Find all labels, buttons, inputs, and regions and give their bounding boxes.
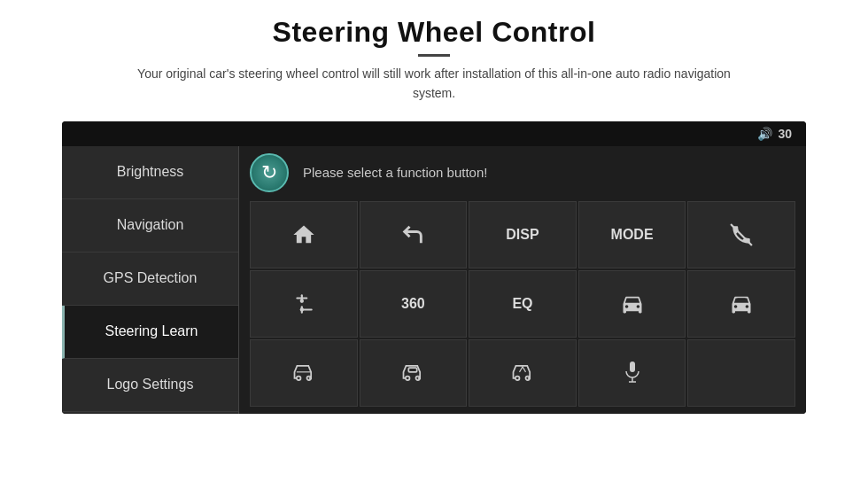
sidebar-item-steering-learn[interactable]: Steering Learn: [62, 306, 238, 359]
prompt-text: Please select a function button!: [303, 165, 487, 180]
sidebar-item-navigation[interactable]: Navigation: [62, 199, 238, 253]
back-icon: [400, 222, 425, 247]
svg-rect-14: [630, 362, 635, 372]
grid-cell-car3[interactable]: [250, 339, 358, 407]
title-section: Steering Wheel Control Your original car…: [35, 16, 833, 104]
sidebar-label-brightness: Brightness: [117, 164, 184, 180]
grid-cell-360[interactable]: 360: [360, 270, 468, 338]
grid-cell-disp[interactable]: DISP: [469, 201, 577, 268]
main-content: ↻ Please select a function button!: [239, 146, 806, 414]
device-body: Brightness Navigation GPS Detection Stee…: [62, 146, 806, 414]
subtitle: Your original car's steering wheel contr…: [124, 64, 744, 104]
sidebar-item-brightness[interactable]: Brightness: [62, 146, 238, 199]
mode-label: MODE: [611, 227, 654, 243]
car3-icon: [291, 361, 316, 385]
sidebar-label-navigation: Navigation: [117, 217, 184, 233]
sidebar-label-gps: GPS Detection: [104, 270, 198, 286]
grid-cell-car5[interactable]: [469, 339, 577, 407]
grid-cell-sliders[interactable]: [250, 270, 358, 338]
sliders-icon: [292, 292, 315, 315]
sidebar-item-logo[interactable]: Logo Settings: [62, 359, 238, 412]
sidebar-label-steering-learn: Steering Learn: [105, 323, 198, 339]
svg-point-7: [297, 376, 301, 380]
sidebar-label-logo: Logo Settings: [107, 377, 194, 393]
360-label: 360: [401, 296, 425, 312]
grid-cell-car2[interactable]: [687, 270, 795, 338]
grid-cell-empty: [687, 339, 795, 407]
title-divider: [418, 54, 450, 57]
car2-icon: [729, 292, 754, 316]
prompt-row: ↻ Please select a function button!: [250, 153, 795, 192]
svg-rect-11: [409, 368, 417, 372]
car5-icon: [510, 361, 535, 385]
sidebar-item-gps[interactable]: GPS Detection: [62, 253, 238, 306]
svg-point-10: [416, 376, 421, 380]
button-grid: DISP MODE: [250, 201, 795, 407]
svg-line-0: [731, 224, 752, 245]
svg-point-8: [306, 376, 311, 380]
svg-rect-3: [296, 297, 307, 299]
mic-icon: [622, 361, 643, 385]
grid-cell-home[interactable]: [250, 201, 358, 268]
grid-cell-back[interactable]: [360, 201, 468, 268]
refresh-icon: ↻: [261, 161, 277, 184]
svg-point-12: [515, 376, 520, 380]
svg-point-5: [299, 299, 303, 302]
eq-label: EQ: [512, 296, 532, 312]
car4-icon: [400, 361, 425, 385]
home-icon: [291, 222, 316, 247]
svg-point-6: [299, 307, 303, 311]
device-screen: 🔊 30 Brightness Navigation GPS Detection…: [62, 121, 806, 414]
sidebar: Brightness Navigation GPS Detection Stee…: [62, 146, 239, 414]
grid-cell-nophone[interactable]: [687, 201, 795, 268]
page-title: Steering Wheel Control: [35, 16, 833, 49]
grid-cell-eq[interactable]: EQ: [469, 270, 577, 338]
disp-label: DISP: [506, 227, 539, 243]
grid-cell-mic[interactable]: [578, 339, 686, 407]
page-container: Steering Wheel Control Your original car…: [0, 0, 868, 482]
no-phone-icon: [730, 223, 753, 246]
grid-cell-car1[interactable]: [578, 270, 686, 338]
refresh-button[interactable]: ↻: [250, 153, 289, 192]
volume-number: 30: [778, 127, 792, 141]
car1-icon: [620, 292, 645, 316]
grid-cell-mode[interactable]: MODE: [578, 201, 686, 268]
volume-icon: 🔊: [757, 127, 772, 141]
grid-cell-car4[interactable]: [360, 339, 468, 407]
svg-point-9: [406, 376, 410, 380]
device-topbar: 🔊 30: [62, 121, 806, 146]
